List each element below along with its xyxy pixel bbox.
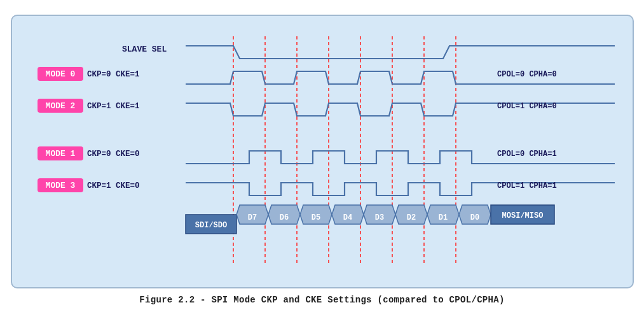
data-d2-label: D2 [406, 213, 415, 222]
mode2-params: CKP=1 CKE=1 [87, 102, 140, 111]
data-d3-label: D3 [374, 213, 383, 222]
mode0-right: CPOL=0 CPHA=0 [497, 70, 557, 79]
mode3-right: CPOL=1 CPHA=1 [497, 181, 557, 190]
slave-sel-label: SLAVE SEL [122, 45, 167, 54]
mode3-params: CKP=1 CKE=0 [87, 181, 140, 190]
data-d6-label: D6 [279, 213, 288, 222]
data-d0-label: D0 [470, 213, 479, 222]
mode1-label: MODE 1 [45, 149, 75, 159]
mode0-params: CKP=0 CKE=1 [87, 70, 140, 79]
diagram-container: text { font-family: 'Courier New', Couri… [11, 15, 634, 288]
data-d1-label: D1 [438, 213, 447, 222]
data-sdisdo-label: SDI/SDO [195, 221, 226, 230]
mode3-label: MODE 3 [45, 181, 75, 190]
mode0-label: MODE 0 [45, 69, 75, 79]
data-d4-label: D4 [343, 213, 352, 222]
data-mosimiso-label: MOSI/MISO [502, 211, 543, 220]
mode1-right: CPOL=0 CPHA=1 [497, 150, 557, 159]
mode2-label: MODE 2 [45, 101, 75, 111]
mode1-params: CKP=0 CKE=0 [87, 150, 140, 159]
data-d5-label: D5 [311, 213, 320, 222]
figure-caption: Figure 2.2 - SPI Mode CKP and CKE Settin… [139, 295, 504, 305]
data-d7-label: D7 [247, 213, 256, 222]
timing-diagram: text { font-family: 'Courier New', Couri… [24, 24, 624, 278]
mode2-right: CPOL=1 CPHA=0 [497, 102, 557, 111]
